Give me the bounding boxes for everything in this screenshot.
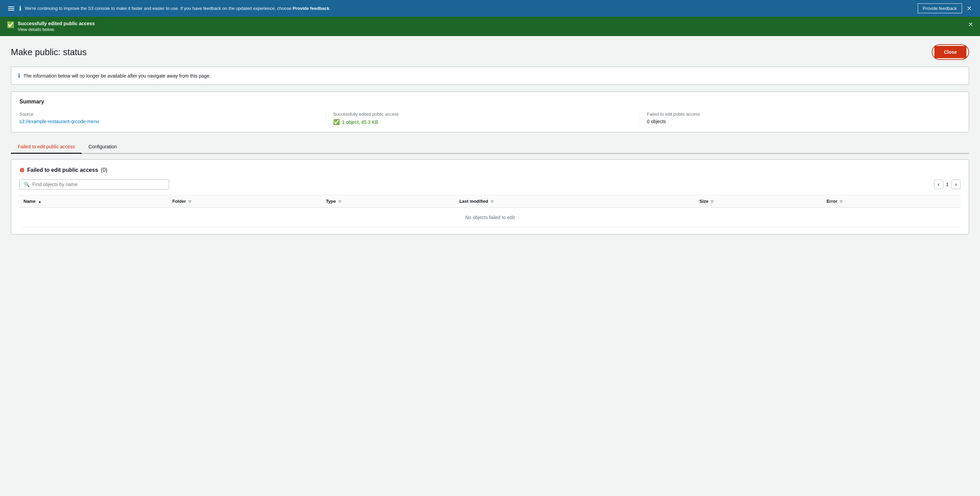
- search-input-wrapper: 🔍: [19, 179, 169, 189]
- tab-configuration[interactable]: Configuration: [82, 140, 124, 154]
- search-icon: 🔍: [24, 182, 30, 187]
- no-objects-text: No objects failed to edit: [19, 208, 961, 227]
- failed-label: Failed to edit public access: [647, 111, 954, 117]
- top-bar-text: We're continuing to improve the S3 conso…: [25, 6, 914, 11]
- success-notification-bar: ✅ Successfully edited public access View…: [0, 17, 980, 36]
- name-sort-asc-icon: ▲: [38, 200, 41, 203]
- col-error[interactable]: Error ▽: [822, 195, 961, 208]
- summary-success-col: Successfully edited public access ✅ 1 ob…: [333, 111, 640, 125]
- objects-table: Name ▲ Folder ▽ Type ▽ Last modified: [19, 195, 961, 227]
- type-sort-icon: ▽: [339, 200, 341, 203]
- summary-source-col: Source s3://example-restaurant-qrcode-me…: [19, 111, 326, 125]
- folder-sort-icon: ▽: [189, 200, 191, 203]
- success-check-icon: ✅: [333, 119, 340, 125]
- col-last-modified[interactable]: Last modified ▽: [455, 195, 695, 208]
- menu-icon[interactable]: [7, 5, 16, 12]
- pagination-prev-button[interactable]: ‹: [934, 180, 943, 189]
- search-row: 🔍 ‹ 1 ›: [19, 179, 961, 189]
- size-sort-icon: ▽: [711, 200, 714, 203]
- success-subtitle: View details below.: [18, 27, 965, 32]
- success-icon: ✅: [7, 21, 14, 29]
- source-link[interactable]: s3://example-restaurant-qrcode-menu: [19, 119, 99, 124]
- top-notification-bar: ℹ We're continuing to improve the S3 con…: [0, 0, 980, 17]
- success-value: ✅ 1 object, 45.3 KB: [333, 119, 633, 125]
- summary-title: Summary: [19, 99, 961, 105]
- pagination-page: 1: [946, 182, 949, 187]
- main-content: Make public: status Close ℹ The informat…: [0, 36, 980, 491]
- success-title: Successfully edited public access: [18, 21, 965, 26]
- table-header-row: Name ▲ Folder ▽ Type ▽ Last modified: [19, 195, 961, 208]
- tabs-container: Failed to edit public access Configurati…: [11, 140, 969, 154]
- failed-section: ⊗ Failed to edit public access (0) 🔍 ‹ 1…: [11, 159, 969, 234]
- col-name[interactable]: Name ▲: [19, 195, 168, 208]
- close-button-container: Close: [932, 44, 969, 60]
- summary-failed-col: Failed to edit public access 0 objects: [647, 111, 961, 125]
- source-label: Source: [19, 111, 319, 117]
- failed-section-title: Failed to edit public access: [27, 167, 98, 173]
- info-box-text: The information below will no longer be …: [24, 73, 211, 79]
- info-circle-icon: ℹ: [18, 73, 20, 79]
- info-icon: ℹ: [19, 5, 21, 12]
- table-container: Name ▲ Folder ▽ Type ▽ Last modified: [19, 195, 961, 227]
- close-button[interactable]: Close: [934, 46, 966, 58]
- top-bar-close-button[interactable]: ✕: [966, 5, 973, 12]
- success-count: 1 object, 45.3 KB: [342, 119, 379, 125]
- error-sort-icon: ▽: [840, 200, 843, 203]
- col-size[interactable]: Size ▽: [695, 195, 822, 208]
- col-folder[interactable]: Folder ▽: [168, 195, 321, 208]
- failed-section-header: ⊗ Failed to edit public access (0): [19, 166, 961, 174]
- pagination: ‹ 1 ›: [934, 180, 961, 189]
- tab-failed-to-edit[interactable]: Failed to edit public access: [11, 140, 82, 154]
- search-input[interactable]: [32, 182, 165, 187]
- summary-card: Summary Source s3://example-restaurant-q…: [11, 92, 969, 132]
- page-header: Make public: status Close: [11, 44, 969, 60]
- col-type[interactable]: Type ▽: [322, 195, 455, 208]
- success-edited-label: Successfully edited public access: [333, 111, 633, 117]
- success-bar-close-button[interactable]: ✕: [968, 21, 973, 28]
- info-box: ℹ The information below will no longer b…: [11, 67, 969, 85]
- failed-section-count: (0): [101, 167, 108, 173]
- summary-grid: Source s3://example-restaurant-qrcode-me…: [19, 111, 961, 125]
- last-modified-sort-icon: ▽: [491, 200, 493, 203]
- success-content: Successfully edited public access View d…: [18, 21, 965, 32]
- provide-feedback-button[interactable]: Provide feedback: [918, 3, 962, 13]
- failed-circle-icon: ⊗: [19, 166, 24, 174]
- failed-count-value: 0 objects: [647, 119, 954, 124]
- no-objects-row: No objects failed to edit: [19, 208, 961, 227]
- pagination-next-button[interactable]: ›: [951, 180, 961, 189]
- page-title: Make public: status: [11, 47, 87, 57]
